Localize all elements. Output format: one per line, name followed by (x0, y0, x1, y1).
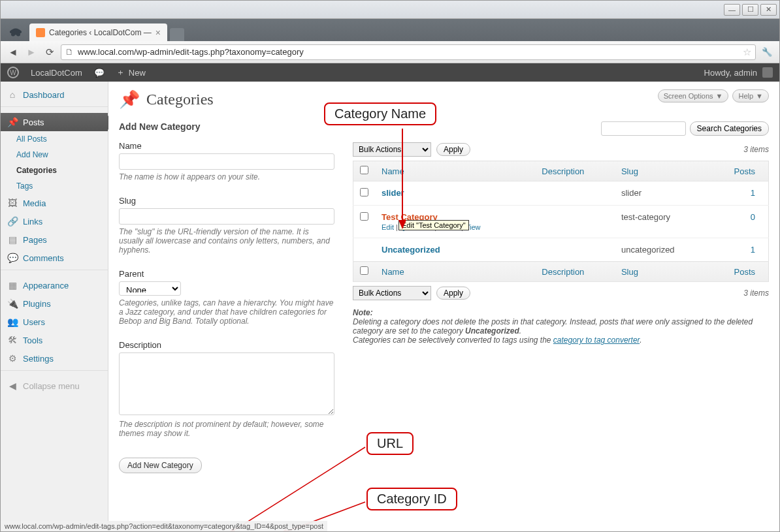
menu-label: Tools (23, 336, 42, 345)
menu-label: Posts (23, 117, 44, 127)
converter-link[interactable]: category to tag converter (553, 336, 640, 345)
browser-tab[interactable]: Categories ‹ LocalDotCom — × (29, 23, 167, 41)
name-description: The name is how it appears on your site. (119, 172, 334, 181)
incognito-icon (6, 24, 25, 41)
url-text: www.local.com/wp-admin/edit-tags.php?tax… (78, 47, 304, 57)
menu-posts[interactable]: 📌Posts (1, 113, 108, 131)
bulk-actions-select-bottom[interactable]: Bulk Actions (353, 286, 431, 300)
table-row: Test Category Edit | Quick Edit | Delete… (353, 206, 769, 238)
submenu-all-posts[interactable]: All Posts (1, 131, 108, 147)
select-all-bottom[interactable] (360, 266, 368, 275)
comments-menu[interactable]: 💬 (94, 68, 105, 78)
wordpress-logo-icon: W (7, 67, 19, 78)
row-posts[interactable]: 0 (709, 206, 768, 238)
window-titlebar: — ☐ ✕ (1, 1, 779, 19)
plus-icon: ＋ (116, 67, 125, 78)
avatar-icon (762, 67, 773, 78)
search-button[interactable]: Search Categories (690, 121, 769, 136)
bookmark-star-icon[interactable]: ☆ (743, 46, 751, 58)
wp-logo-menu[interactable]: W (7, 67, 19, 78)
col-description[interactable]: Description (535, 161, 615, 181)
col-name[interactable]: Name (375, 161, 535, 181)
apply-button-bottom[interactable]: Apply (436, 287, 470, 300)
menu-label: Pages (23, 235, 47, 245)
maximize-button[interactable]: ☐ (742, 4, 758, 16)
menu-plugins[interactable]: 🔌Plugins (1, 294, 108, 313)
description-label: Description (119, 340, 334, 350)
tab-close-icon[interactable]: × (155, 27, 161, 38)
howdy-text[interactable]: Howdy, admin (704, 68, 757, 78)
new-label: New (129, 68, 146, 78)
screen-options-button[interactable]: Screen Options ▼ (658, 89, 729, 102)
new-tab-button[interactable] (170, 28, 184, 41)
close-window-button[interactable]: ✕ (760, 4, 777, 16)
admin-sidebar: ⌂Dashboard 📌Posts All Posts Add New Cate… (1, 82, 108, 531)
name-input[interactable] (119, 153, 334, 170)
row-checkbox[interactable] (360, 212, 368, 221)
row-slug: test-category (615, 206, 709, 238)
search-input[interactable] (601, 121, 686, 136)
menu-label: Plugins (23, 299, 51, 309)
parent-description: Categories, unlike tags, can have a hier… (119, 298, 334, 326)
users-icon: 👥 (7, 317, 18, 327)
back-button[interactable]: ◄ (6, 45, 20, 59)
menu-settings[interactable]: ⚙Settings (1, 349, 108, 368)
row-description (535, 206, 615, 238)
menu-appearance[interactable]: ▦Appearance (1, 276, 108, 294)
col-name-bottom[interactable]: Name (375, 262, 535, 282)
row-posts[interactable]: 1 (709, 238, 768, 262)
bulk-actions-select-top[interactable]: Bulk Actions (353, 142, 431, 157)
submenu-categories[interactable]: Categories (1, 163, 108, 178)
menu-comments[interactable]: 💬Comments (1, 249, 108, 267)
submenu-tags[interactable]: Tags (1, 178, 108, 194)
edit-link[interactable]: Edit (382, 223, 394, 231)
forward-button[interactable]: ► (24, 45, 39, 59)
menu-label: Media (23, 198, 46, 208)
submenu-add-new[interactable]: Add New (1, 147, 108, 163)
help-button[interactable]: Help ▼ (732, 89, 769, 102)
menu-label: Settings (23, 354, 54, 364)
row-description (535, 238, 615, 262)
menu-links[interactable]: 🔗Links (1, 212, 108, 230)
menu-tools[interactable]: 🛠Tools (1, 331, 108, 349)
tab-title: Categories ‹ LocalDotCom — (49, 28, 152, 37)
menu-pages[interactable]: ▤Pages (1, 230, 108, 249)
menu-media[interactable]: 🖾Media (1, 194, 108, 212)
tools-icon: 🛠 (7, 335, 18, 345)
reload-button[interactable]: ⟳ (42, 45, 57, 59)
description-input[interactable] (119, 352, 334, 415)
category-link[interactable]: slider (382, 188, 404, 198)
col-posts-bottom[interactable]: Posts (709, 262, 768, 282)
items-count-top: 3 items (743, 145, 769, 154)
col-slug[interactable]: Slug (615, 161, 709, 181)
address-bar[interactable]: 🗋 www.local.com/wp-admin/edit-tags.php?t… (61, 44, 756, 60)
description-description: The description is not prominent by defa… (119, 420, 334, 438)
collapse-menu[interactable]: ◀Collapse menu (1, 377, 108, 395)
note-bold: Uncategorized (465, 326, 519, 336)
col-slug-bottom[interactable]: Slug (615, 262, 709, 282)
slug-description: The "slug" is the URL-friendly version o… (119, 227, 334, 255)
minimize-button[interactable]: — (724, 4, 740, 16)
svg-point-1 (16, 33, 20, 37)
comment-bubble-icon: 💬 (94, 68, 105, 78)
slug-input[interactable] (119, 208, 334, 225)
row-checkbox[interactable] (360, 188, 368, 196)
col-posts[interactable]: Posts (709, 161, 768, 181)
row-posts[interactable]: 1 (709, 181, 768, 206)
browser-toolbar: ◄ ► ⟳ 🗋 www.local.com/wp-admin/edit-tags… (1, 41, 779, 63)
new-content-menu[interactable]: ＋New (116, 67, 146, 78)
site-name-menu[interactable]: LocalDotCom (31, 68, 82, 78)
category-link[interactable]: Uncategorized (382, 245, 440, 255)
add-category-button[interactable]: Add New Category (119, 458, 202, 473)
menu-dashboard[interactable]: ⌂Dashboard (1, 86, 108, 104)
menu-users[interactable]: 👥Users (1, 313, 108, 331)
col-description-bottom[interactable]: Description (535, 262, 615, 282)
parent-select[interactable]: None (119, 281, 181, 296)
svg-point-0 (11, 33, 15, 37)
select-all-top[interactable] (360, 166, 368, 174)
apply-button-top[interactable]: Apply (436, 143, 470, 156)
slug-label: Slug (119, 196, 334, 206)
browser-tabstrip: Categories ‹ LocalDotCom — × (1, 19, 779, 41)
appearance-icon: ▦ (7, 280, 18, 290)
wrench-menu-icon[interactable]: 🔧 (760, 45, 774, 59)
